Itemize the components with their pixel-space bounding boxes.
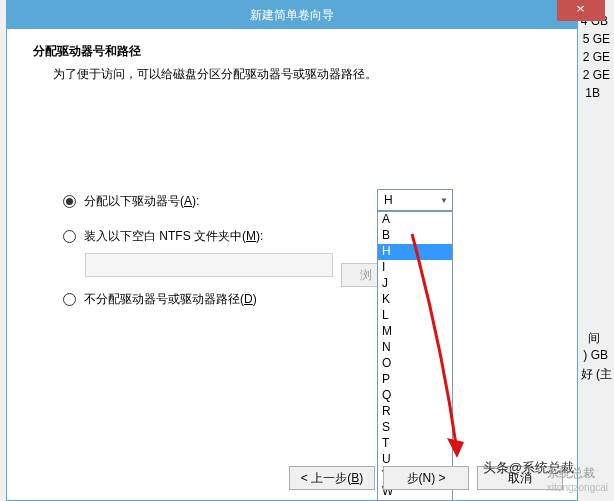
radio-mount-folder[interactable] xyxy=(63,230,76,243)
drive-letter-option[interactable]: L xyxy=(378,308,452,324)
drive-letter-option[interactable]: H xyxy=(378,244,452,260)
drive-letter-option[interactable]: T xyxy=(378,436,452,452)
drive-letter-option[interactable]: S xyxy=(378,420,452,436)
drive-letter-option[interactable]: N xyxy=(378,340,452,356)
bg-size-5: 1B xyxy=(585,86,600,100)
bg-size-4: 2 GE xyxy=(583,68,610,82)
drive-letter-select[interactable]: H ▼ xyxy=(377,189,453,211)
radio-assign-letter[interactable] xyxy=(63,195,76,208)
radio-mount-folder-label: 装入以下空白 NTFS 文件夹中(M): xyxy=(84,228,263,245)
radio-no-assign-label: 不分配驱动器号或驱动器路径(D) xyxy=(84,291,257,308)
next-button[interactable]: 步(N) > xyxy=(383,466,469,490)
drive-letter-dropdown[interactable]: ABHIJKLMNOPQRSTUVW xyxy=(377,211,453,501)
page-heading: 分配驱动器号和路径 xyxy=(33,43,551,60)
wizard-dialog: 新建简单卷向导 × 分配驱动器号和路径 为了便于访问，可以给磁盘分区分配驱动器号… xyxy=(6,0,578,501)
page-subheading: 为了便于访问，可以给磁盘分区分配驱动器号或驱动器路径。 xyxy=(33,66,551,83)
drive-letter-option[interactable]: M xyxy=(378,324,452,340)
drive-letter-option[interactable]: R xyxy=(378,404,452,420)
bg-right-3: 好 (主 xyxy=(581,366,612,383)
drive-letter-option[interactable]: O xyxy=(378,356,452,372)
radio-assign-letter-label: 分配以下驱动器号(A): xyxy=(84,193,199,210)
window-title: 新建简单卷向导 xyxy=(250,8,334,22)
mount-path-input xyxy=(85,253,333,277)
back-button[interactable]: < 上一步(B) xyxy=(289,466,375,490)
drive-letter-option[interactable]: A xyxy=(378,212,452,228)
chevron-down-icon: ▼ xyxy=(436,190,452,210)
bg-right-2: ) GB xyxy=(583,348,608,362)
drive-letter-value: H xyxy=(384,193,393,207)
close-button[interactable]: × xyxy=(557,0,605,21)
drive-letter-option[interactable]: I xyxy=(378,260,452,276)
drive-letter-option[interactable]: Q xyxy=(378,388,452,404)
drive-letter-option[interactable]: K xyxy=(378,292,452,308)
bg-right-1: 间 xyxy=(588,330,600,347)
watermark: 系统总裁 xitongzongcai xyxy=(547,465,608,493)
bg-size-3: 2 GE xyxy=(583,50,610,64)
radio-no-assign[interactable] xyxy=(63,293,76,306)
close-icon: × xyxy=(576,0,585,20)
drive-letter-option[interactable]: J xyxy=(378,276,452,292)
drive-letter-option[interactable]: P xyxy=(378,372,452,388)
bg-size-2: 5 GE xyxy=(583,32,610,46)
titlebar[interactable]: 新建简单卷向导 xyxy=(7,1,577,29)
drive-letter-option[interactable]: B xyxy=(378,228,452,244)
